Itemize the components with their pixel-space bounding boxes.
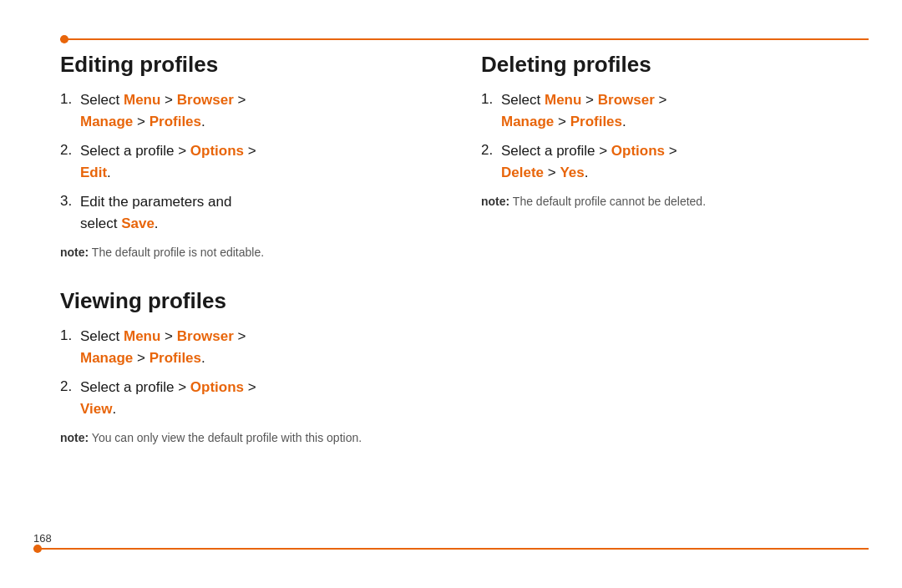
viewing-step-num-1: 1. (60, 326, 80, 368)
viewing-note: note: You can only view the default prof… (60, 429, 448, 447)
deleting-section: Deleting profiles 1. Select Menu > Brows… (481, 52, 869, 210)
d-options-link: Options (611, 143, 665, 159)
v-profiles-link: Profiles (149, 350, 201, 366)
editing-title: Editing profiles (60, 52, 448, 78)
del-step-text-1: Select Menu > Browser > Manage > Profile… (501, 89, 869, 132)
menu-link: Menu (124, 92, 160, 108)
step-num-2: 2. (60, 140, 80, 183)
deleting-step-2: 2. Select a profile > Options > Delete >… (481, 140, 869, 183)
editing-section: Editing profiles 1. Select Menu > Browse… (60, 52, 448, 261)
editing-step-2: 2. Select a profile > Options > Edit. (60, 140, 448, 183)
view-link: View (80, 401, 112, 417)
viewing-note-label: note: (60, 431, 89, 444)
step-text-1: Select Menu > Browser > Manage > Profile… (80, 89, 448, 132)
profiles-link: Profiles (149, 114, 201, 129)
v-menu-link: Menu (124, 328, 160, 344)
browser-link: Browser (177, 92, 234, 108)
viewing-step-text-1: Select Menu > Browser > Manage > Profile… (80, 326, 448, 368)
deleting-note-label: note: (481, 195, 509, 208)
editing-step-1: 1. Select Menu > Browser > Manage > Prof… (60, 89, 448, 132)
step-text-2: Select a profile > Options > Edit. (80, 140, 448, 183)
right-column: Deleting profiles 1. Select Menu > Brows… (481, 52, 869, 447)
step-num-3: 3. (60, 191, 80, 234)
d-menu-link: Menu (545, 92, 581, 108)
viewing-step-text-2: Select a profile > Options > View. (80, 377, 448, 419)
viewing-step-1: 1. Select Menu > Browser > Manage > Prof… (60, 326, 448, 368)
del-step-num-1: 1. (481, 89, 501, 132)
left-column: Editing profiles 1. Select Menu > Browse… (60, 52, 448, 447)
editing-note-text: The default profile is not editable. (92, 246, 264, 259)
viewing-section: Viewing profiles 1. Select Menu > Browse… (60, 288, 448, 447)
viewing-steps-list: 1. Select Menu > Browser > Manage > Prof… (60, 326, 448, 419)
top-decorative-line (60, 38, 869, 40)
viewing-note-text: You can only view the default profile wi… (92, 431, 362, 444)
viewing-title: Viewing profiles (60, 288, 448, 314)
deleting-title: Deleting profiles (481, 52, 869, 78)
del-step-text-2: Select a profile > Options > Delete > Ye… (501, 140, 869, 183)
editing-steps-list: 1. Select Menu > Browser > Manage > Prof… (60, 89, 448, 234)
delete-link: Delete (501, 165, 544, 180)
d-browser-link: Browser (598, 92, 655, 108)
deleting-note-text: The default profile cannot be deleted. (513, 195, 706, 208)
d-manage-link: Manage (501, 114, 554, 129)
step-num-1: 1. (60, 89, 80, 132)
main-content: Editing profiles 1. Select Menu > Browse… (60, 52, 869, 447)
viewing-step-2: 2. Select a profile > Options > View. (60, 377, 448, 419)
d-profiles-link: Profiles (570, 114, 622, 129)
deleting-step-1: 1. Select Menu > Browser > Manage > Prof… (481, 89, 869, 132)
v-manage-link: Manage (80, 350, 133, 366)
del-step-num-2: 2. (481, 140, 501, 183)
deleting-note: note: The default profile cannot be dele… (481, 193, 869, 210)
editing-step-3: 3. Edit the parameters andselect Save. (60, 191, 448, 234)
note-label: note: (60, 246, 89, 259)
yes-link: Yes (560, 165, 584, 180)
save-link: Save (121, 215, 155, 231)
options-link: Options (190, 143, 244, 159)
deleting-steps-list: 1. Select Menu > Browser > Manage > Prof… (481, 89, 869, 183)
step-text-3: Edit the parameters andselect Save. (80, 191, 448, 234)
viewing-step-num-2: 2. (60, 377, 80, 419)
v-options-link: Options (190, 379, 244, 395)
bottom-decorative-line (33, 548, 869, 550)
page-number: 168 (33, 532, 52, 545)
manage-link: Manage (80, 114, 133, 129)
v-browser-link: Browser (177, 328, 234, 344)
edit-link: Edit (80, 165, 107, 180)
editing-note: note: The default profile is not editabl… (60, 244, 448, 261)
